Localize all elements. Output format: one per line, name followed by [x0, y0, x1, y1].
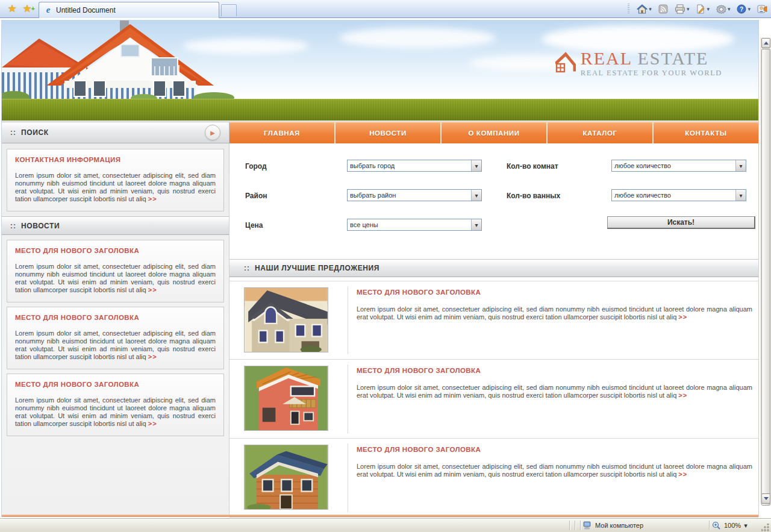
news-item-text: Lorem ipsum dolor sit amet, consectetuer… — [15, 330, 216, 361]
price-select-arrow[interactable]: ▾ — [471, 219, 481, 230]
offer-photo-brick-house[interactable] — [244, 445, 328, 510]
scroll-down-button[interactable] — [761, 493, 770, 504]
chevron-down-icon: ▾ — [739, 192, 742, 199]
contact-info-title: КОНТАКТНАЯ ИНФОРМАЦИЯ — [15, 156, 216, 163]
command-bar: ▾ ▾ — [628, 0, 769, 18]
status-separator — [580, 521, 581, 530]
page-dropdown-arrow[interactable]: ▾ — [707, 6, 710, 12]
arrow-up-icon — [764, 42, 769, 45]
feeds-button[interactable] — [657, 3, 669, 15]
messenger-button[interactable] — [756, 3, 769, 15]
nav-label: ГЛАВНАЯ — [264, 130, 300, 137]
nav-item-home[interactable]: ГЛАВНАЯ — [229, 122, 336, 143]
price-select[interactable]: все цены ▾ — [347, 219, 482, 231]
home-button[interactable]: ▾ — [635, 3, 653, 15]
add-favorite-icon[interactable]: ★+ — [20, 2, 34, 16]
zoom-control[interactable]: 100% ▾ — [712, 521, 759, 530]
city-select-value: выбрать город — [348, 162, 471, 169]
news-item: МЕСТО ДЛЯ НОВОГО ЗАГОЛОВКА Lorem ipsum d… — [7, 374, 224, 436]
rooms-select[interactable]: любое количество ▾ — [611, 160, 746, 172]
logo-tagline: REAL ESTATE FOR YOUR WORLD — [581, 69, 722, 78]
nav-item-about[interactable]: О КОМПАНИИ — [442, 122, 548, 143]
offer-description: Lorem ipsum dolor sit amet, consectetuer… — [357, 305, 752, 321]
district-select-arrow[interactable]: ▾ — [471, 190, 481, 201]
offers-header-label: НАШИ ЛУЧШИЕ ПРЕДЛОЖЕНИЯ — [255, 264, 379, 272]
nav-row: :: ПОИСК ▶ ГЛАВНАЯ НОВОСТИ О КОМПАНИИ КА… — [2, 122, 758, 143]
zoom-value: 100% — [724, 522, 741, 529]
arrow-down-icon — [764, 497, 769, 500]
page-button[interactable]: ▾ — [695, 3, 711, 15]
news-more-link[interactable]: >> — [148, 420, 157, 427]
toolbar-grip[interactable] — [628, 4, 629, 14]
rooms-select-arrow[interactable]: ▾ — [735, 160, 746, 171]
messenger-icon — [757, 4, 767, 14]
plus-icon: + — [31, 1, 35, 16]
news-panel-header: :: НОВОСТИ — [2, 216, 229, 235]
city-select[interactable]: выбрать город ▾ — [347, 160, 482, 172]
news-item-text: Lorem ipsum dolor sit amet, consectetuer… — [15, 396, 216, 428]
contact-more-link[interactable]: >> — [148, 195, 157, 202]
baths-select-arrow[interactable]: ▾ — [735, 190, 746, 201]
security-zone-indicator: Мой компьютер — [583, 521, 707, 530]
logo-word-real: REAL — [581, 48, 632, 68]
contact-text: Lorem ipsum dolor sit amet, consectetuer… — [15, 172, 216, 202]
my-computer-icon — [583, 521, 592, 530]
scroll-up-button[interactable] — [761, 38, 770, 48]
offer-text: Lorem ipsum dolor sit amet, consectetuer… — [357, 463, 752, 478]
tools-dropdown-arrow[interactable]: ▾ — [728, 6, 731, 12]
news-item-text: Lorem ipsum dolor sit amet, consectetuer… — [15, 263, 216, 294]
chevron-down-icon: ▾ — [739, 163, 742, 169]
zoom-dropdown-arrow[interactable]: ▾ — [744, 522, 748, 528]
offer-more-link[interactable]: >> — [678, 313, 687, 321]
browser-window: ★ ★+ e Untitled Document ▾ — [0, 0, 771, 532]
resize-grip[interactable] — [761, 524, 770, 532]
district-label: Район — [245, 192, 267, 200]
nav-label: НОВОСТИ — [369, 130, 407, 137]
scrollbar-thumb[interactable] — [761, 49, 770, 505]
cloud — [339, 28, 496, 48]
news-text: Lorem ipsum dolor sit amet, consectetuer… — [15, 396, 216, 427]
print-dropdown-arrow[interactable]: ▾ — [687, 6, 690, 12]
vertical-scrollbar[interactable] — [760, 37, 771, 504]
nav-item-contacts[interactable]: КОНТАКТЫ — [654, 122, 758, 143]
home-dropdown-arrow[interactable]: ▾ — [649, 6, 652, 12]
baths-select-value: любое количество — [612, 192, 735, 199]
search-collapse-button[interactable]: ▶ — [205, 125, 220, 140]
news-header-label: НОВОСТИ — [21, 222, 60, 230]
section-marker: :: — [10, 222, 16, 230]
news-more-link[interactable]: >> — [148, 353, 157, 360]
news-item-title: МЕСТО ДЛЯ НОВОГО ЗАГОЛОВКА — [15, 247, 216, 254]
print-button[interactable]: ▾ — [673, 3, 691, 15]
play-icon: ▶ — [210, 130, 215, 136]
search-header-label: ПОИСК — [21, 128, 49, 137]
offer-more-link[interactable]: >> — [678, 471, 687, 478]
nav-item-catalog[interactable]: КАТАЛОГ — [548, 122, 654, 143]
city-select-arrow[interactable]: ▾ — [471, 160, 481, 171]
offer-photo-beige-house[interactable] — [244, 287, 328, 352]
gear-icon — [716, 4, 726, 14]
help-button[interactable]: ? ▾ — [735, 3, 752, 15]
news-item: МЕСТО ДЛЯ НОВОГО ЗАГОЛОВКА Lorem ipsum d… — [7, 240, 224, 302]
grass-banner — [2, 99, 758, 122]
offer-photo-red-house[interactable] — [244, 366, 328, 431]
sidebar: КОНТАКТНАЯ ИНФОРМАЦИЯ Lorem ipsum dolor … — [2, 143, 229, 515]
offer-title: МЕСТО ДЛЯ НОВОГО ЗАГОЛОВКА — [357, 367, 752, 374]
tools-button[interactable]: ▾ — [715, 3, 732, 16]
rooms-label: Кол-во комнат — [507, 162, 558, 171]
new-tab-button[interactable] — [221, 4, 237, 16]
offer-row: МЕСТО ДЛЯ НОВОГО ЗАГОЛОВКА Lorem ipsum d… — [229, 360, 758, 439]
website: REAL ESTATE REAL ESTATE FOR YOUR WORLD :… — [1, 20, 759, 517]
rooms-select-value: любое количество — [612, 162, 735, 169]
ie-page-icon: e — [43, 5, 53, 15]
baths-select[interactable]: любое количество ▾ — [611, 189, 746, 201]
favorites-star-icon[interactable]: ★ — [5, 2, 19, 16]
district-select[interactable]: выбрать район ▾ — [347, 189, 482, 201]
news-more-link[interactable]: >> — [148, 286, 157, 293]
offers-list: МЕСТО ДЛЯ НОВОГО ЗАГОЛОВКА Lorem ipsum d… — [229, 277, 758, 518]
help-dropdown-arrow[interactable]: ▾ — [748, 6, 751, 12]
home-icon — [637, 4, 648, 14]
offer-more-link[interactable]: >> — [678, 392, 687, 399]
search-submit-button[interactable]: Искать! — [607, 216, 755, 229]
browser-tab[interactable]: e Untitled Document — [39, 2, 219, 18]
nav-item-news[interactable]: НОВОСТИ — [336, 122, 442, 143]
